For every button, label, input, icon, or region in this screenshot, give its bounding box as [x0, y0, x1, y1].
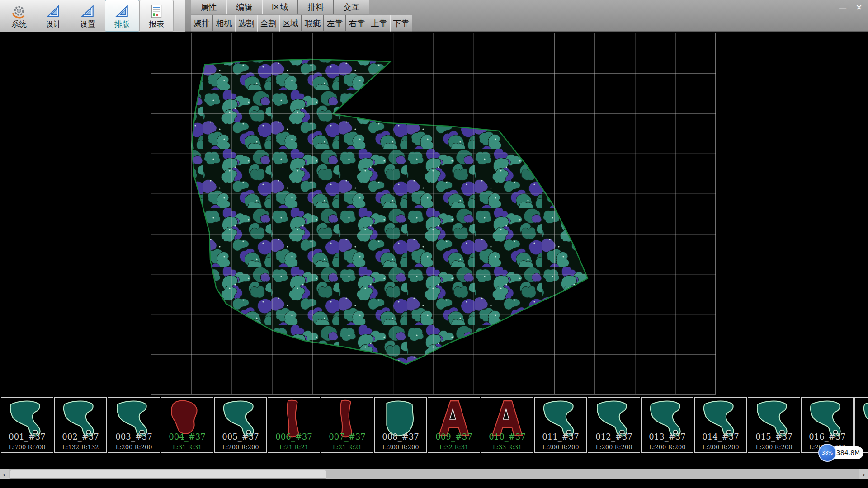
tool-cluster-nest[interactable]: 聚排	[191, 15, 213, 32]
part-thumbnail[interactable]: 015_#37 L:200 R:200	[748, 397, 800, 453]
part-lr-count: L:21 R:21	[321, 444, 373, 450]
part-name: 002_#37	[55, 432, 106, 441]
nav-design-label: 设计	[46, 20, 61, 28]
tool-align-left[interactable]: 左靠	[324, 15, 346, 32]
part-thumbnail[interactable]: 007_#37 L:21 R:21	[321, 397, 373, 453]
set-square-icon	[80, 4, 95, 19]
part-thumbnail[interactable]: 008_#37 L:200 R:200	[374, 397, 427, 453]
part-thumbnail[interactable]: 012_#37 L:200 R:200	[588, 397, 640, 453]
part-lr-count: L:21 R:21	[268, 444, 320, 450]
nav-report-button[interactable]: 报表	[139, 0, 174, 32]
nav-layout-label: 排版	[114, 20, 130, 28]
part-thumbnail[interactable]: 010_#37 L:33 R:31	[481, 397, 533, 453]
tool-defect[interactable]: 瑕疵	[302, 15, 324, 32]
part-lr-count: L:200 R:200	[748, 444, 800, 450]
minimize-button[interactable]: —	[836, 2, 849, 13]
scrollbar-thumb[interactable]	[10, 470, 326, 479]
tab-nesting[interactable]: 排料	[298, 0, 334, 14]
set-square-icon	[46, 4, 61, 19]
part-lr-count: L:200 R:200	[215, 444, 266, 450]
part-thumbnail[interactable]: 004_#37 L:31 R:31	[161, 397, 213, 453]
main-nav-panel: 系统 设计 设置 排版	[0, 0, 185, 32]
top-toolbar: 系统 设计 设置 排版	[0, 0, 868, 32]
part-thumbnail[interactable]: 006_#37 L:21 R:21	[268, 397, 320, 453]
app-window: 系统 设计 设置 排版	[0, 0, 868, 488]
close-button[interactable]: ×	[853, 2, 865, 13]
part-name: 012_#37	[588, 432, 640, 441]
part-lr-count: L:200 R:200	[642, 444, 693, 450]
part-name: 009_#37	[428, 432, 480, 441]
part-thumbnail[interactable]: 001_#37 L:700 R:700	[1, 397, 53, 453]
part-lr-count: L:200 R:200	[375, 444, 426, 450]
progress-indicator: 38%	[818, 444, 836, 462]
canvas-viewport[interactable]	[0, 32, 868, 397]
part-lr-count: L:700 R:700	[1, 444, 53, 450]
part-name: 016_#37	[802, 432, 853, 441]
part-thumbnail[interactable]: 002_#37 L:132 R:132	[54, 397, 107, 453]
part-thumbnail[interactable]: 003_#37 L:200 R:200	[108, 397, 160, 453]
tool-align-bottom[interactable]: 下靠	[390, 15, 412, 32]
part-lr-count: L:32 R:31	[428, 444, 480, 450]
tool-cut-all[interactable]: 全割	[257, 15, 279, 32]
part-name: 004_#37	[161, 432, 213, 441]
nav-system-button[interactable]: 系统	[2, 0, 36, 32]
part-thumbnail[interactable]: 013_#37 L:200 R:200	[641, 397, 693, 453]
canvas-area	[0, 32, 868, 397]
part-thumbnail[interactable]: 011_#37 L:200 R:200	[534, 397, 587, 453]
nav-system-label: 系统	[11, 20, 27, 28]
part-name: 007_#37	[321, 432, 373, 441]
part-lr-count: L:200 R:200	[588, 444, 640, 450]
part-name: 011_#37	[535, 432, 586, 441]
part-thumbnail[interactable]: 009_#37 L:32 R:31	[428, 397, 480, 453]
parts-strip: 001_#37 L:700 R:700 002_#37 L:132 R:132 …	[0, 397, 868, 453]
part-name: 006_#37	[268, 432, 320, 441]
part-lr-count: L:31 R:31	[161, 444, 213, 450]
part-lr-count: L:200 R:200	[695, 444, 746, 450]
part-name: 008_#37	[375, 432, 426, 441]
tool-align-right[interactable]: 右靠	[346, 15, 368, 32]
part-name: 014_#37	[695, 432, 746, 441]
part-thumbnail[interactable]	[854, 397, 868, 453]
nav-design-button[interactable]: 设计	[36, 0, 71, 32]
tool-button-row: 聚排 相机 选割 全割 区域 瑕疵 左靠 右靠 上靠 下靠	[191, 15, 412, 32]
part-name: 001_#37	[1, 432, 53, 441]
tab-edit[interactable]: 编辑	[226, 0, 262, 14]
part-thumbnail[interactable]: 014_#37 L:200 R:200	[694, 397, 747, 453]
part-name: 013_#37	[642, 432, 693, 441]
tool-align-top[interactable]: 上靠	[368, 15, 390, 32]
canvas-grid	[151, 33, 716, 394]
part-thumbnail[interactable]: 005_#37 L:200 R:200	[214, 397, 267, 453]
nav-layout-button[interactable]: 排版	[105, 0, 139, 32]
part-shape-icon	[860, 399, 868, 440]
nav-report-label: 报表	[149, 20, 164, 28]
part-lr-count: L:132 R:132	[55, 444, 106, 450]
part-name: 015_#37	[748, 432, 800, 441]
window-controls: — ×	[836, 2, 865, 13]
part-name: 010_#37	[481, 432, 533, 441]
scroll-right-arrow-icon[interactable]: ›	[859, 469, 868, 479]
set-square-icon	[114, 4, 130, 19]
scroll-left-arrow-icon[interactable]: ‹	[0, 469, 9, 479]
tab-region[interactable]: 区域	[262, 0, 298, 14]
tool-camera[interactable]: 相机	[213, 15, 235, 32]
tab-properties[interactable]: 属性	[191, 0, 226, 14]
tool-select-cut[interactable]: 选割	[235, 15, 257, 32]
nav-settings-button[interactable]: 设置	[71, 0, 105, 32]
part-lr-count: L:200 R:200	[535, 444, 586, 450]
menu-tab-row: 属性 编辑 区域 排料 交互	[191, 0, 369, 14]
tab-interaction[interactable]: 交互	[334, 0, 369, 14]
report-icon	[149, 4, 164, 19]
nav-settings-label: 设置	[80, 20, 95, 28]
horizontal-scrollbar[interactable]: ‹ ›	[0, 469, 868, 479]
part-name: 003_#37	[108, 432, 160, 441]
tool-region[interactable]: 区域	[279, 15, 302, 32]
part-lr-count: L:200 R:200	[108, 444, 160, 450]
part-name: 005_#37	[215, 432, 266, 441]
gear-icon	[11, 4, 27, 19]
part-lr-count: L:33 R:31	[481, 444, 533, 450]
